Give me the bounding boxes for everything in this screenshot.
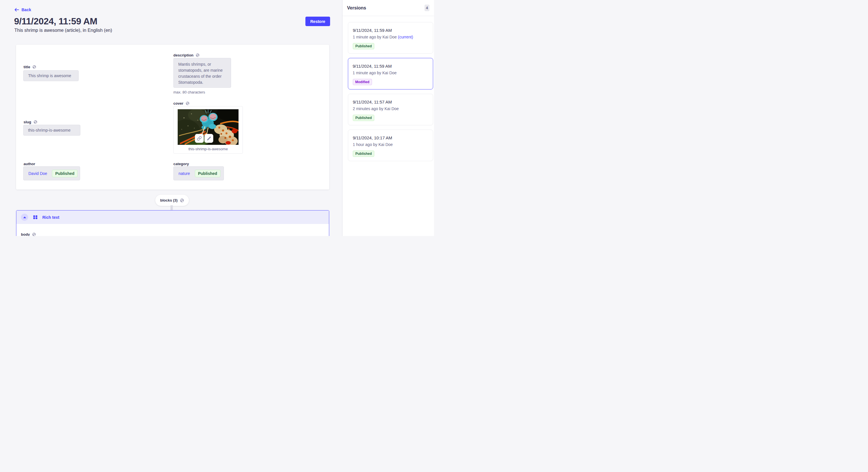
blocks-grid-icon [33, 215, 37, 220]
version-status-badge: Published [353, 115, 374, 121]
globe-icon [186, 102, 189, 105]
author-field-label: author [24, 162, 35, 166]
slug-input: this-shrimp-is-awesome [23, 125, 81, 136]
fields-card: title This shrimp is awesome description… [16, 45, 329, 190]
category-field-label: category [174, 162, 189, 166]
history-page: Back 9/11/2024, 11:59 AM This shrimp is … [0, 0, 434, 236]
globe-icon [180, 198, 184, 202]
version-list: 9/11/2024, 11:59 AM 1 minute ago by Kai … [342, 16, 434, 236]
collapse-toggle-button[interactable] [21, 214, 28, 221]
version-card[interactable]: 9/11/2024, 11:57 AM 2 minutes ago by Kai… [348, 94, 433, 125]
rich-text-accordion-header[interactable]: Rich text [17, 210, 329, 224]
version-time: 9/11/2024, 11:57 AM [353, 100, 428, 104]
version-status-badge: Published [353, 150, 374, 157]
versions-title: Versions [347, 5, 366, 11]
pencil-icon [207, 136, 211, 141]
version-status-badge: Published [353, 43, 374, 49]
page-subtitle: This shrimp is awesome (article), in Eng… [14, 28, 112, 33]
description-hint: max. 80 characters [174, 90, 205, 94]
arrow-left-icon [14, 8, 19, 12]
page-title: 9/11/2024, 11:59 AM [14, 16, 97, 27]
category-relation: nature Published [174, 166, 224, 180]
title-field-label: title [24, 65, 36, 69]
link-icon [197, 136, 202, 141]
category-status-badge: Published [195, 170, 220, 177]
globe-icon [196, 53, 199, 57]
version-card[interactable]: 9/11/2024, 10:17 AM 1 hour ago by Kai Do… [348, 130, 433, 161]
cover-actions [195, 134, 213, 143]
description-field-label: description [174, 53, 199, 57]
cover-caption: this-shrimp-is-awesome [174, 147, 243, 151]
globe-icon [32, 233, 36, 236]
category-link[interactable]: nature [179, 171, 190, 176]
versions-count-badge: 4 [425, 5, 429, 11]
blocks-zone-pill: blocks (3) [155, 195, 189, 206]
version-meta: 1 hour ago by Kai Doe [353, 142, 428, 147]
author-link[interactable]: David Doe [28, 171, 47, 176]
version-status-badge: Modified [353, 79, 372, 85]
versions-sidebar: Versions 4 9/11/2024, 11:59 AM 1 minute … [342, 0, 434, 236]
version-meta: 2 minutes ago by Kai Doe [353, 106, 428, 111]
edit-asset-button[interactable] [205, 134, 213, 143]
version-meta: 1 minute ago by Kai Doe [353, 71, 429, 75]
title-input: This shrimp is awesome [23, 70, 79, 81]
versions-header: Versions 4 [342, 0, 434, 16]
author-relation: David Doe Published [23, 166, 80, 180]
version-time: 9/11/2024, 10:17 AM [353, 135, 428, 140]
body-field-label: body [21, 232, 36, 236]
restore-button[interactable]: Restore [305, 16, 330, 26]
zone-connector [170, 205, 173, 210]
back-link[interactable]: Back [14, 7, 31, 12]
version-card[interactable]: 9/11/2024, 11:59 AM 1 minute ago by Kai … [348, 22, 433, 54]
cover-field-label: cover [174, 101, 189, 105]
chevron-up-icon [23, 216, 26, 218]
version-time: 9/11/2024, 11:59 AM [353, 28, 428, 33]
back-label: Back [22, 7, 31, 12]
current-tag: (current) [398, 35, 413, 39]
globe-icon [32, 65, 36, 69]
description-textarea: Mantis shrimps, or stomatopods, are mari… [174, 58, 231, 88]
globe-icon [34, 120, 37, 124]
slug-field-label: slug [24, 120, 37, 124]
version-card-selected[interactable]: 9/11/2024, 11:59 AM 1 minute ago by Kai … [348, 58, 433, 90]
version-meta: 1 minute ago by Kai Doe (current) [353, 35, 428, 39]
copy-link-button[interactable] [195, 134, 204, 143]
author-status-badge: Published [52, 170, 78, 177]
version-time: 9/11/2024, 11:59 AM [353, 64, 429, 69]
rich-text-title: Rich text [42, 215, 59, 220]
cover-asset-card: this-shrimp-is-awesome [174, 106, 243, 154]
rich-text-block: Rich text body [16, 210, 329, 236]
